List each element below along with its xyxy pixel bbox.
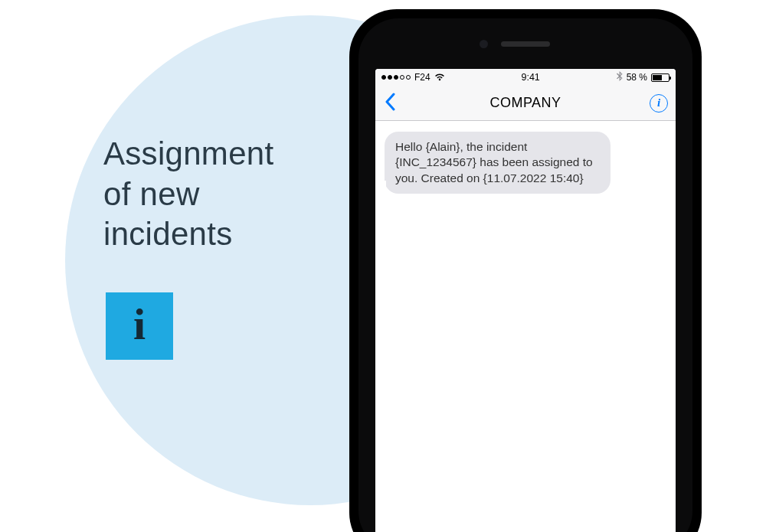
message-text: Hello {Alain}, the incident {INC_1234567…: [395, 140, 593, 184]
status-left: F24: [381, 72, 445, 83]
wifi-icon: [434, 73, 445, 81]
info-tile: i: [106, 292, 173, 360]
headline-text: Assignment of new incidents: [103, 134, 273, 255]
nav-bar: COMPANY i: [375, 86, 676, 121]
message-bubble: Hello {Alain}, the incident {INC_1234567…: [385, 132, 611, 194]
signal-strength-icon: [381, 75, 411, 80]
nav-title: COMPANY: [489, 95, 561, 111]
info-button[interactable]: i: [650, 94, 668, 113]
headline-line3: incidents: [103, 216, 232, 252]
phone-speaker: [501, 41, 550, 47]
back-button[interactable]: [383, 92, 395, 115]
phone-frame: F24 9:41 58 %: [349, 9, 702, 532]
info-button-icon: i: [657, 96, 660, 109]
messages-area[interactable]: Hello {Alain}, the incident {INC_1234567…: [375, 121, 676, 532]
headline-line1: Assignment: [103, 135, 273, 171]
status-time: 9:41: [521, 72, 539, 83]
headline-line2: of new: [103, 176, 200, 212]
phone-camera: [480, 40, 488, 48]
battery-percent: 58 %: [627, 72, 647, 83]
carrier-label: F24: [414, 72, 430, 83]
info-icon: i: [133, 302, 146, 347]
phone-inner: F24 9:41 58 %: [358, 18, 692, 532]
bluetooth-icon: [617, 71, 623, 83]
phone-screen: F24 9:41 58 %: [375, 69, 676, 532]
status-bar: F24 9:41 58 %: [375, 69, 676, 86]
status-right: 58 %: [617, 71, 669, 83]
battery-icon: [651, 73, 669, 82]
